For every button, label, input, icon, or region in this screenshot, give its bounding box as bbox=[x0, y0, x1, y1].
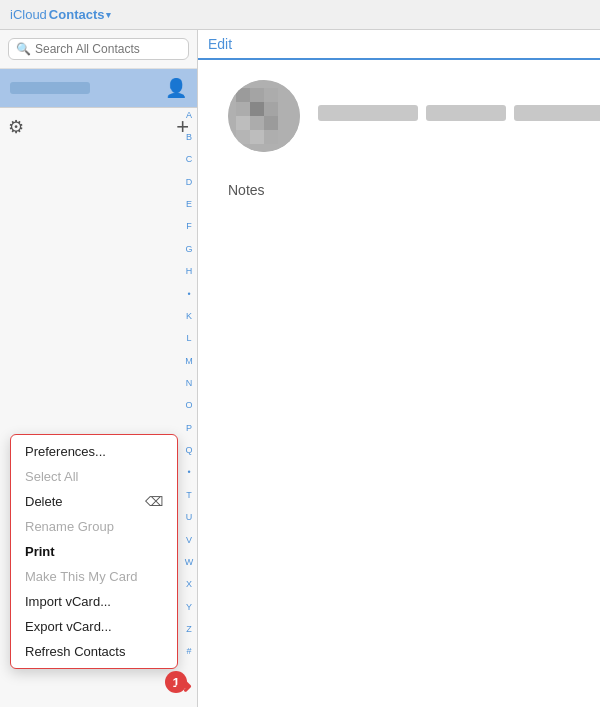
edit-toolbar: Edit bbox=[198, 30, 600, 60]
svg-rect-12 bbox=[264, 130, 278, 144]
contact-list-item[interactable]: 👤 bbox=[0, 69, 197, 107]
avatar bbox=[228, 80, 300, 152]
contacts-label: Contacts bbox=[49, 7, 105, 22]
contact-name-line1 bbox=[318, 105, 418, 121]
alpha-letter[interactable]: A bbox=[186, 111, 192, 120]
alpha-letter[interactable]: E bbox=[186, 200, 192, 209]
alpha-letter[interactable]: W bbox=[185, 558, 194, 567]
alpha-letter[interactable]: B bbox=[186, 133, 192, 142]
contact-name-line2 bbox=[426, 105, 506, 121]
contact-name-line3 bbox=[514, 105, 600, 121]
alpha-letter[interactable]: L bbox=[186, 334, 191, 343]
avatar-image bbox=[228, 80, 300, 152]
arrow-annotation-1: ➜ bbox=[175, 674, 192, 698]
search-input-wrap[interactable]: 🔍 bbox=[8, 38, 189, 60]
edit-button[interactable]: Edit bbox=[208, 36, 232, 52]
svg-rect-6 bbox=[264, 102, 278, 116]
alpha-letter[interactable]: # bbox=[186, 647, 191, 656]
context-menu-item: Rename Group bbox=[11, 514, 177, 539]
svg-rect-7 bbox=[236, 116, 250, 130]
right-panel: Edit bbox=[198, 30, 600, 707]
context-menu-item: Make This My Card bbox=[11, 564, 177, 589]
svg-rect-11 bbox=[250, 130, 264, 144]
alpha-letter[interactable]: U bbox=[186, 513, 193, 522]
gear-button[interactable]: ⚙ bbox=[8, 116, 24, 138]
svg-rect-10 bbox=[236, 130, 250, 144]
contact-detail: Notes bbox=[198, 60, 600, 707]
alpha-letter[interactable]: T bbox=[186, 491, 192, 500]
alpha-letter[interactable]: V bbox=[186, 536, 192, 545]
context-menu-item[interactable]: Print bbox=[11, 539, 177, 564]
alpha-letter[interactable]: O bbox=[185, 401, 192, 410]
contact-name-blurred bbox=[10, 82, 90, 94]
context-menu-item[interactable]: Refresh Contacts bbox=[11, 639, 177, 664]
gear-icon: ⚙ bbox=[8, 116, 24, 138]
context-menu: Preferences...Select AllDelete⌫Rename Gr… bbox=[10, 434, 178, 669]
search-input[interactable] bbox=[35, 42, 181, 56]
alpha-letter[interactable]: H bbox=[186, 267, 193, 276]
svg-rect-1 bbox=[236, 88, 250, 102]
alpha-letter[interactable]: • bbox=[187, 468, 190, 477]
svg-rect-8 bbox=[250, 116, 264, 130]
notes-label: Notes bbox=[228, 182, 265, 198]
context-menu-item: Select All bbox=[11, 464, 177, 489]
svg-rect-4 bbox=[236, 102, 250, 116]
alpha-letter[interactable]: Z bbox=[186, 625, 192, 634]
context-menu-item[interactable]: Delete⌫ bbox=[11, 489, 177, 514]
alpha-letter[interactable]: F bbox=[186, 222, 192, 231]
sidebar: 🔍 👤 ABCDEFGH•KLMNOPQ•TUVWXYZ# Preference… bbox=[0, 30, 198, 707]
alpha-letter[interactable]: M bbox=[185, 357, 193, 366]
contact-name-area bbox=[318, 105, 600, 127]
person-icon: 👤 bbox=[165, 77, 187, 99]
alpha-letter[interactable]: C bbox=[186, 155, 193, 164]
chevron-down-icon: ▾ bbox=[106, 10, 111, 20]
icloud-label: iCloud bbox=[10, 7, 47, 22]
alpha-letter[interactable]: G bbox=[185, 245, 192, 254]
alpha-letter[interactable]: K bbox=[186, 312, 192, 321]
svg-rect-2 bbox=[250, 88, 264, 102]
context-menu-item[interactable]: Preferences... bbox=[11, 439, 177, 464]
top-bar: iCloud Contacts ▾ bbox=[0, 0, 600, 30]
search-icon: 🔍 bbox=[16, 42, 31, 56]
delete-icon: ⌫ bbox=[145, 494, 163, 509]
context-menu-item[interactable]: Import vCard... bbox=[11, 589, 177, 614]
svg-rect-9 bbox=[264, 116, 278, 130]
sidebar-bottom: ⚙ + bbox=[0, 107, 197, 145]
main-layout: 🔍 👤 ABCDEFGH•KLMNOPQ•TUVWXYZ# Preference… bbox=[0, 30, 600, 707]
alpha-letter[interactable]: Q bbox=[185, 446, 192, 455]
alphabet-index: ABCDEFGH•KLMNOPQ•TUVWXYZ# bbox=[181, 100, 197, 667]
alpha-letter[interactable]: • bbox=[187, 290, 190, 299]
search-bar: 🔍 bbox=[0, 30, 197, 69]
alpha-letter[interactable]: Y bbox=[186, 603, 192, 612]
alpha-letter[interactable]: N bbox=[186, 379, 193, 388]
alpha-letter[interactable]: P bbox=[186, 424, 192, 433]
alpha-letter[interactable]: D bbox=[186, 178, 193, 187]
alpha-letter[interactable]: X bbox=[186, 580, 192, 589]
contacts-dropdown[interactable]: Contacts ▾ bbox=[49, 7, 112, 22]
context-menu-item[interactable]: Export vCard... bbox=[11, 614, 177, 639]
contact-header bbox=[228, 80, 600, 152]
svg-rect-5 bbox=[250, 102, 264, 116]
svg-rect-3 bbox=[264, 88, 278, 102]
